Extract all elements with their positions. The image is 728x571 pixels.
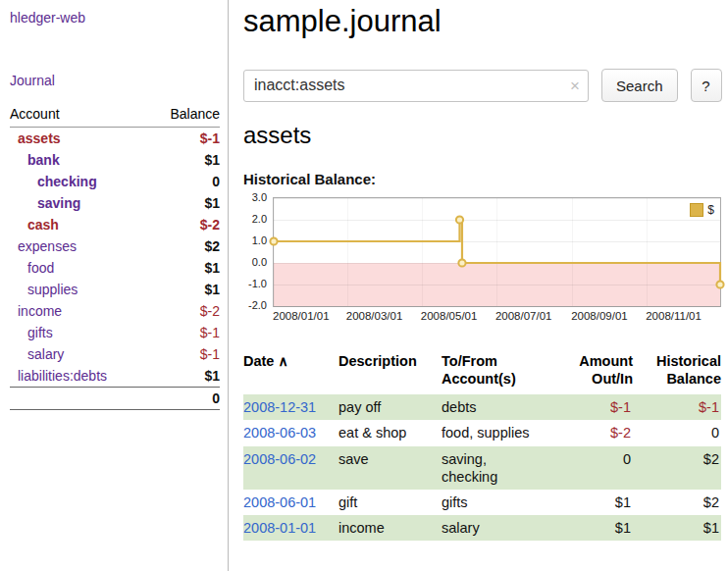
chart-title: Historical Balance:	[243, 171, 722, 187]
search-input[interactable]	[243, 70, 589, 102]
transaction-accounts: food, supplies	[442, 420, 549, 445]
account-balance: $1	[149, 279, 220, 300]
account-row: saving$1	[10, 192, 220, 214]
account-row: cash$-2	[10, 214, 220, 235]
data-point-marker	[458, 259, 465, 266]
account-balance: $1	[149, 149, 220, 171]
transaction-balance: $-1	[633, 394, 721, 420]
search-button[interactable]: Search	[601, 69, 678, 102]
transaction-accounts: salary	[442, 515, 549, 541]
page-title: sample.journal	[243, 4, 722, 39]
register-row: 2008-06-02savesaving, checking0$2	[243, 446, 721, 490]
search-bar: × Search ?	[243, 69, 722, 102]
accounts-header-balance: Balance	[149, 102, 220, 128]
account-link[interactable]: expenses	[10, 238, 77, 254]
sidebar: hledger-web Journal Account Balance asse…	[0, 0, 229, 571]
accounts-table: Account Balance assets$-1bank$1checking0…	[10, 102, 220, 410]
transaction-balance: 0	[633, 420, 721, 445]
legend-label: $	[707, 203, 714, 217]
transaction-description: eat & shop	[338, 420, 442, 445]
account-link[interactable]: supplies	[10, 282, 78, 297]
register-header-description: Description	[338, 352, 442, 394]
account-balance: 0	[149, 171, 220, 192]
x-tick-label: 2008/09/01	[571, 310, 628, 322]
accounts-total-row: 0	[10, 388, 220, 410]
account-link[interactable]: liabilities:debts	[10, 368, 107, 384]
transaction-date: 2008-01-01	[243, 515, 338, 541]
chart-line-svg	[274, 198, 720, 306]
register-row: 2008-01-01incomesalary$1$1	[243, 515, 721, 541]
account-link[interactable]: food	[10, 260, 54, 276]
transaction-accounts: saving, checking	[442, 446, 549, 490]
account-link[interactable]: salary	[10, 346, 64, 362]
date-link[interactable]: 2008-01-01	[243, 520, 316, 536]
main-content: sample.journal × Search ? assets Histori…	[229, 0, 728, 571]
transaction-amount: $1	[549, 490, 633, 515]
account-balance: $2	[149, 235, 220, 257]
data-point-marker	[456, 216, 463, 223]
sort-ascending-icon: ∧	[278, 353, 287, 369]
account-balance: $-1	[149, 322, 220, 343]
register-header-date[interactable]: Date ∧	[243, 352, 338, 394]
account-link[interactable]: assets	[10, 130, 61, 146]
transaction-balance: $2	[633, 446, 721, 490]
transaction-amount: $-1	[549, 394, 633, 420]
accounts-header-account: Account	[10, 102, 149, 128]
chart-plot-area: $	[273, 197, 721, 307]
help-button[interactable]: ?	[691, 69, 722, 102]
transaction-amount: 0	[549, 446, 633, 490]
chart-y-axis: 3.02.01.00.0-1.0-2.0	[243, 197, 270, 307]
account-link[interactable]: saving	[10, 195, 80, 211]
account-row: assets$-1	[10, 128, 220, 150]
x-tick-label: 2008/03/01	[346, 310, 403, 322]
transaction-description: pay off	[338, 394, 442, 420]
accounts-total-balance: 0	[149, 388, 220, 410]
account-balance: $1	[149, 365, 220, 388]
transaction-amount: $1	[549, 515, 633, 541]
register-row: 2008-06-03eat & shopfood, supplies$-20	[243, 420, 721, 445]
transaction-description: income	[338, 515, 442, 541]
account-link[interactable]: bank	[10, 152, 60, 168]
balance-step-line	[274, 220, 720, 285]
account-link[interactable]: cash	[10, 217, 59, 233]
register-table: Date ∧ Description To/From Account(s) Am…	[243, 352, 721, 541]
transaction-date: 2008-06-01	[243, 490, 338, 515]
account-balance: $-2	[149, 300, 220, 322]
x-tick-label: 2008/05/01	[421, 310, 478, 322]
y-tick-label: 0.0	[252, 256, 267, 268]
clear-search-icon[interactable]: ×	[570, 78, 580, 94]
hledger-web-app: hledger-web Journal Account Balance asse…	[0, 0, 728, 571]
date-link[interactable]: 2008-06-01	[243, 494, 316, 510]
account-link[interactable]: gifts	[10, 325, 53, 340]
accounts-header-row: Account Balance	[10, 102, 220, 128]
transaction-amount: $-2	[549, 420, 633, 445]
transaction-accounts: gifts	[442, 490, 549, 515]
account-balance: $-1	[149, 343, 220, 365]
transaction-description: gift	[338, 490, 442, 515]
date-link[interactable]: 2008-06-02	[243, 451, 316, 467]
account-row: checking0	[10, 171, 220, 192]
y-tick-label: 1.0	[252, 234, 267, 246]
transaction-description: save	[338, 446, 442, 490]
account-link[interactable]: checking	[10, 174, 97, 189]
account-row: income$-2	[10, 300, 220, 322]
transaction-balance: $2	[633, 490, 721, 515]
transaction-date: 2008-06-02	[243, 446, 338, 490]
account-row: salary$-1	[10, 343, 220, 365]
data-point-marker	[270, 237, 277, 244]
y-tick-label: 3.0	[252, 191, 267, 203]
sidebar-item-journal[interactable]: Journal	[10, 73, 220, 88]
account-row: supplies$1	[10, 279, 220, 300]
x-tick-label: 2008/01/01	[273, 310, 330, 322]
app-title-link[interactable]: hledger-web	[10, 10, 220, 26]
transaction-date: 2008-06-03	[243, 420, 338, 445]
chart-x-axis: 2008/01/012008/03/012008/05/012008/07/01…	[273, 310, 721, 326]
account-link[interactable]: income	[10, 303, 62, 319]
date-link[interactable]: 2008-06-03	[243, 425, 316, 441]
date-link[interactable]: 2008-12-31	[243, 399, 316, 415]
search-box: ×	[243, 70, 589, 102]
account-row: food$1	[10, 257, 220, 279]
account-row: expenses$2	[10, 235, 220, 257]
register-header-row: Date ∧ Description To/From Account(s) Am…	[243, 352, 721, 394]
account-balance: $-1	[149, 128, 220, 150]
